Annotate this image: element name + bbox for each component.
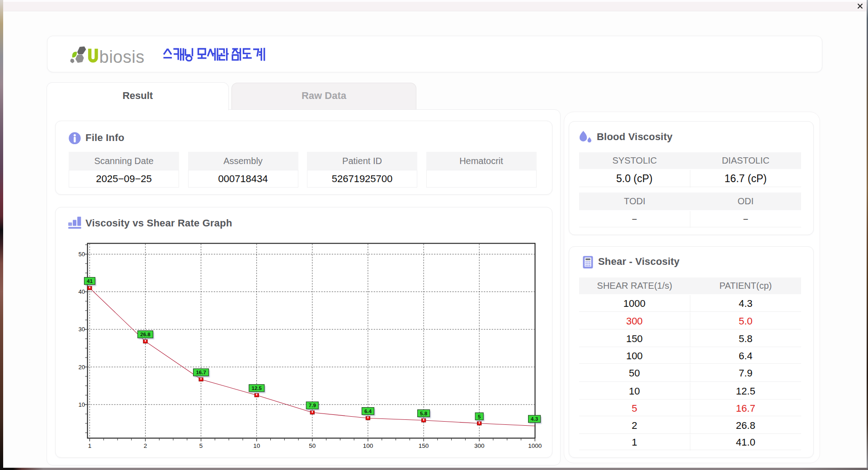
svg-text:41: 41	[87, 278, 93, 284]
svg-text:5.8: 5.8	[420, 411, 428, 416]
svg-text:5: 5	[199, 442, 203, 449]
svg-text:1000: 1000	[528, 442, 542, 449]
svg-text:30: 30	[79, 326, 85, 333]
svg-text:2: 2	[144, 442, 147, 449]
svg-text:40: 40	[79, 288, 85, 295]
svg-text:50: 50	[79, 251, 85, 258]
svg-text:10: 10	[253, 442, 260, 449]
svg-text:20: 20	[79, 364, 85, 371]
svg-text:26.8: 26.8	[140, 332, 151, 337]
svg-text:100: 100	[363, 442, 373, 449]
svg-text:12.5: 12.5	[252, 385, 262, 391]
svg-text:6.4: 6.4	[364, 409, 372, 414]
svg-text:10: 10	[79, 401, 85, 408]
svg-text:50: 50	[309, 442, 316, 449]
svg-text:7.9: 7.9	[309, 403, 316, 408]
svg-text:biosis: biosis	[99, 47, 145, 66]
svg-text:16.7: 16.7	[196, 370, 206, 375]
svg-text:300: 300	[474, 442, 485, 449]
svg-text:1: 1	[88, 442, 92, 449]
svg-text:5: 5	[478, 414, 481, 419]
svg-text:4.3: 4.3	[531, 416, 538, 422]
svg-text:150: 150	[419, 442, 429, 449]
